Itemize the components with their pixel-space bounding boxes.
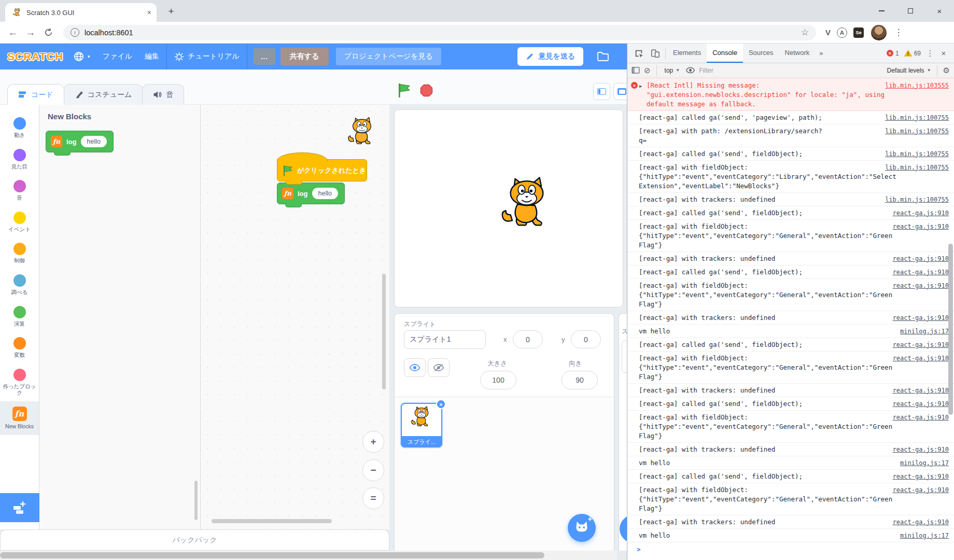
devtools-tab[interactable]: Elements: [667, 44, 707, 63]
log-block-field[interactable]: hello: [312, 188, 338, 199]
page-horizontal-scrollbar[interactable]: [0, 551, 617, 560]
devtools-tab[interactable]: Console: [707, 44, 743, 63]
profile-avatar[interactable]: [871, 25, 887, 40]
console-source-link[interactable]: minilog.js:17: [900, 458, 949, 468]
console-message[interactable]: lib.min.js:100755 [react-ga] called ga('…: [627, 147, 954, 161]
category-item[interactable]: 作ったブロック: [0, 363, 39, 401]
console-message[interactable]: lib.min.js:100755 [react-ga] with tracke…: [627, 193, 954, 206]
console-message[interactable]: react-ga.js:910 [react-ga] with trackers…: [627, 311, 954, 325]
presentation-mode-button[interactable]: [613, 83, 627, 100]
x-input[interactable]: 0: [513, 330, 543, 348]
window-close-button[interactable]: ×: [925, 0, 954, 22]
menu-tutorials[interactable]: チュートリアル: [168, 44, 246, 69]
address-bar[interactable]: i localhost:8601 ☆: [63, 25, 816, 40]
console-message[interactable]: react-ga.js:910 [react-ga] called ga('se…: [627, 338, 954, 352]
reload-button[interactable]: [39, 24, 57, 41]
menu-edit[interactable]: 編集: [138, 44, 165, 69]
console-message[interactable]: react-ga.js:910 [react-ga] with trackers…: [627, 443, 954, 456]
category-item[interactable]: 変数: [0, 332, 39, 363]
green-flag-button[interactable]: [397, 83, 411, 97]
console-message[interactable]: react-ga.js:910 [react-ga] with fieldObj…: [627, 352, 954, 384]
code-canvas[interactable]: がクリックされたとき ƒn log hello + − =: [201, 105, 389, 529]
console-message[interactable]: react-ga.js:910 [react-ga] called ga('se…: [627, 265, 954, 279]
show-sprite-button[interactable]: [404, 358, 426, 377]
console-message[interactable]: lib.min.js:100755 [react-ga] with fieldO…: [627, 161, 954, 193]
console-source-link[interactable]: react-ga.js:910: [893, 445, 949, 454]
console-sidebar-icon[interactable]: [632, 66, 640, 74]
devtools-close-icon[interactable]: ×: [936, 49, 951, 58]
console-filter-input[interactable]: [699, 67, 882, 74]
log-block-field[interactable]: hello: [81, 136, 107, 147]
browser-menu-icon[interactable]: ⋮: [894, 27, 903, 38]
url-text[interactable]: localhost:8601: [85, 29, 796, 37]
console-message[interactable]: react-ga.js:910 [react-ga] with fieldObj…: [627, 483, 954, 515]
console-source-link[interactable]: react-ga.js:910: [893, 340, 949, 349]
extension-selenium-icon[interactable]: Se: [853, 27, 864, 38]
category-item[interactable]: 制御: [0, 237, 39, 269]
category-item[interactable]: 動き: [0, 112, 39, 144]
console-source-link[interactable]: lib.min.js:100755: [885, 149, 949, 159]
clear-console-icon[interactable]: ⊘: [644, 66, 651, 75]
feedback-button[interactable]: 意見を送る: [517, 47, 583, 66]
console-message[interactable]: lib.min.js:100755 [react-ga] called ga('…: [627, 111, 954, 124]
file-folder-icon[interactable]: [597, 51, 609, 62]
log-levels-selector[interactable]: Default levels ▼: [887, 67, 931, 74]
category-item-newblocks[interactable]: ƒn New Blocks: [0, 401, 39, 435]
extension-a-icon[interactable]: A: [837, 27, 847, 38]
zoom-reset-button[interactable]: =: [362, 487, 384, 509]
bookmark-star-icon[interactable]: ☆: [801, 27, 809, 38]
console-message[interactable]: lib.min.js:100755 [react-ga] with path: …: [627, 124, 954, 147]
new-tab-button[interactable]: +: [164, 4, 178, 19]
category-item[interactable]: 音: [0, 175, 39, 206]
backpack-bar[interactable]: バックパック: [0, 529, 389, 551]
console-source-link[interactable]: react-ga.js:910: [893, 413, 949, 422]
small-stage-layout-button[interactable]: [593, 83, 610, 100]
console-message[interactable]: react-ga.js:910 [react-ga] called ga('se…: [627, 397, 954, 411]
sprite-name-input[interactable]: スプライト1: [404, 330, 486, 349]
context-selector[interactable]: top ▼: [663, 67, 682, 74]
hide-sprite-button[interactable]: [428, 358, 450, 377]
window-minimize-button[interactable]: [867, 0, 896, 22]
console-message[interactable]: react-ga.js:910 [react-ga] with trackers…: [627, 384, 954, 397]
console-message[interactable]: react-ga.js:910 [react-ga] with fieldObj…: [627, 220, 954, 252]
site-info-icon[interactable]: i: [71, 28, 79, 37]
console-source-link[interactable]: minilog.js:17: [900, 531, 949, 540]
console-output[interactable]: lib.min.js:103555 [React Intl] Missing m…: [627, 78, 954, 560]
stage[interactable]: [394, 109, 623, 307]
device-toolbar-icon[interactable]: [647, 44, 664, 63]
zoom-out-button[interactable]: −: [362, 459, 384, 481]
palette-scrollbar[interactable]: [194, 481, 198, 520]
console-message[interactable]: react-ga.js:910 [react-ga] called ga('se…: [627, 206, 954, 220]
palette-log-block[interactable]: ƒn log hello: [46, 131, 114, 152]
scratch-logo[interactable]: SCRATCH: [7, 50, 63, 63]
console-message[interactable]: minilog.js:17 vm hello: [627, 325, 954, 338]
language-selector[interactable]: ▾: [67, 44, 96, 69]
project-title-field[interactable]: ...: [254, 48, 275, 65]
console-source-link[interactable]: lib.min.js:100755: [885, 113, 949, 122]
menu-file[interactable]: ファイル: [96, 44, 138, 69]
stage-sprite-cat[interactable]: [498, 175, 556, 233]
console-scrollbar-thumb[interactable]: [948, 244, 953, 415]
project-page-button[interactable]: プロジェクトページを見る: [336, 48, 441, 65]
console-prompt[interactable]: >: [627, 542, 954, 557]
console-source-link[interactable]: lib.min.js:100755: [885, 195, 949, 204]
console-message[interactable]: minilog.js:17 vm hello: [627, 529, 954, 542]
console-source-link[interactable]: react-ga.js:910: [893, 268, 949, 277]
stage-thumbnail-card[interactable]: [622, 341, 627, 373]
devtools-tab[interactable]: Network: [779, 44, 816, 63]
live-expression-eye-icon[interactable]: [686, 66, 695, 74]
browser-tab[interactable]: Scratch 3.0 GUI ×: [5, 3, 157, 22]
inspect-icon[interactable]: [630, 44, 647, 63]
tab-close-icon[interactable]: ×: [147, 8, 151, 17]
console-source-link[interactable]: react-ga.js:910: [893, 354, 949, 363]
add-sprite-button[interactable]: +: [568, 514, 596, 542]
more-tabs-icon[interactable]: »: [815, 49, 827, 57]
size-input[interactable]: 100: [480, 371, 516, 389]
category-item[interactable]: 見た目: [0, 144, 39, 175]
console-source-link[interactable]: react-ga.js:910: [893, 386, 949, 395]
canvas-log-block[interactable]: ƒn log hello: [277, 183, 345, 204]
console-source-link[interactable]: lib.min.js:100755: [885, 127, 949, 136]
console-source-link[interactable]: react-ga.js:910: [893, 281, 949, 290]
console-message[interactable]: react-ga.js:910 [react-ga] with fieldObj…: [627, 279, 954, 311]
canvas-horizontal-scrollbar[interactable]: [212, 519, 332, 523]
